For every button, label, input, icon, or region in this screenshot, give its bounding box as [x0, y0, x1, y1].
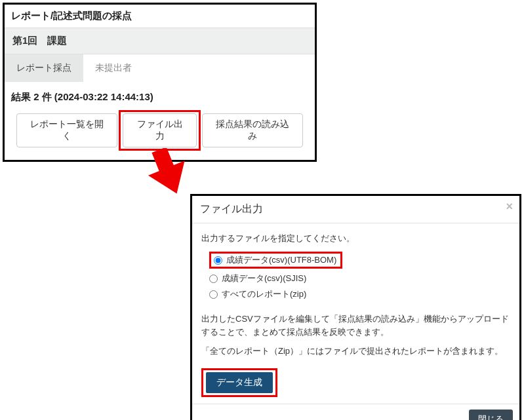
dialog-title: ファイル出力 — [200, 203, 263, 214]
svg-marker-0 — [147, 148, 195, 200]
dialog-paragraph-1: 出力したCSVファイルを編集して「採点結果の読み込み」機能からアップロードするこ… — [201, 313, 510, 338]
output-format-radio-group: 成績データ(csv)(UTF8-BOM) 成績データ(csv)(SJIS) すべ… — [201, 250, 510, 302]
assignment-subtitle: 第1回 課題 — [5, 28, 315, 54]
radio-label-sjis: 成績データ(csv)(SJIS) — [222, 273, 306, 284]
radio-row-sjis: 成績データ(csv)(SJIS) — [201, 271, 510, 286]
dialog-paragraph-2: 「全てのレポート（Zip）」にはファイルで提出されたレポートが含まれます。 — [201, 345, 510, 358]
tab-report-grading[interactable]: レポート採点 — [5, 54, 83, 82]
result-count: 結果 2 件 (2024-03:22 14:44:13) — [5, 82, 315, 107]
dialog-footer: 閉じる — [192, 404, 519, 421]
open-report-list-button[interactable]: レポート一覧を開く — [16, 113, 117, 147]
radio-row-zip: すべてのレポート(zip) — [201, 286, 510, 302]
radio-utf8bom[interactable] — [214, 256, 222, 265]
highlight-generate: データ生成 — [201, 368, 277, 397]
close-dialog-button[interactable]: 閉じる — [469, 410, 513, 421]
tab-not-submitted[interactable]: 未提出者 — [83, 54, 144, 82]
radio-sjis[interactable] — [209, 275, 218, 283]
panel-title: レポート/記述式問題の採点 — [5, 5, 315, 28]
dialog-instruction: 出力するファイルを指定してください。 — [201, 233, 510, 244]
file-output-button[interactable]: ファイル出力 — [123, 113, 196, 147]
import-results-button[interactable]: 採点結果の読み込み — [202, 113, 303, 147]
radio-row-utf8: 成績データ(csv)(UTF8-BOM) — [201, 250, 510, 271]
highlight-file-output: ファイル出力 — [119, 110, 200, 151]
file-output-dialog: ファイル出力 × 出力するファイルを指定してください。 成績データ(csv)(U… — [190, 194, 521, 420]
radio-zip[interactable] — [209, 290, 218, 299]
grading-panel: レポート/記述式問題の採点 第1回 課題 レポート採点 未提出者 結果 2 件 … — [3, 3, 317, 162]
radio-label-utf8bom: 成績データ(csv)(UTF8-BOM) — [226, 254, 336, 266]
dialog-body: 出力するファイルを指定してください。 成績データ(csv)(UTF8-BOM) … — [192, 223, 519, 404]
tab-row: レポート採点 未提出者 — [5, 54, 315, 82]
generate-data-button[interactable]: データ生成 — [206, 372, 273, 393]
close-icon[interactable]: × — [506, 200, 513, 214]
highlight-radio-utf8: 成績データ(csv)(UTF8-BOM) — [209, 252, 342, 269]
radio-label-zip: すべてのレポート(zip) — [222, 288, 306, 300]
dialog-header: ファイル出力 × — [192, 196, 519, 223]
